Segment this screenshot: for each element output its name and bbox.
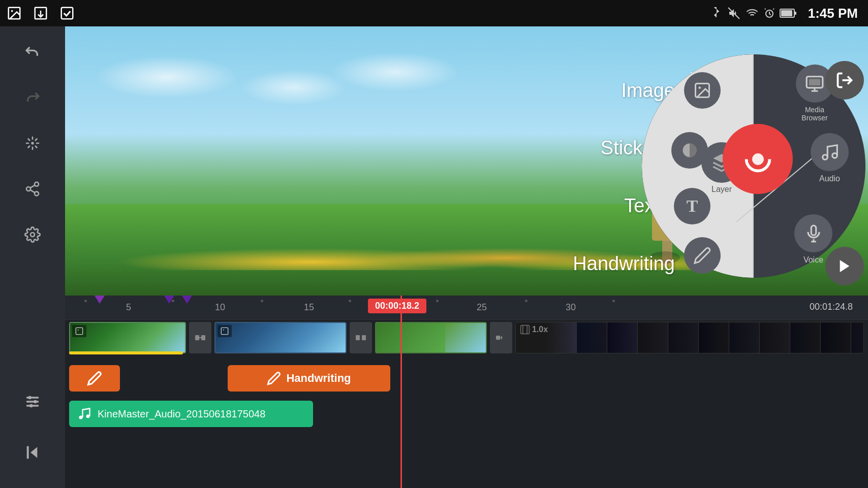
svg-rect-48 [362, 335, 366, 340]
svg-line-13 [30, 190, 35, 192]
wifi-icon [745, 7, 759, 19]
svg-point-10 [35, 182, 39, 186]
ruler-15: 15 [304, 302, 314, 313]
svg-point-11 [26, 187, 30, 191]
svg-rect-33 [809, 79, 820, 85]
timeline: 5 10 15 20 25 30 00:00:18.2 00:01:24.8 [65, 296, 868, 488]
exit-button[interactable] [825, 61, 864, 100]
adjust-button[interactable] [17, 386, 48, 417]
ruler-10: 10 [215, 302, 225, 313]
svg-rect-50 [521, 326, 530, 334]
battery-icon [780, 7, 798, 19]
svg-marker-40 [840, 260, 850, 272]
voice-menu-item[interactable]: Voice [794, 214, 832, 265]
svg-point-20 [34, 400, 37, 404]
image-mode-button[interactable] [5, 4, 23, 22]
settings-button[interactable] [17, 219, 48, 250]
rewind-button[interactable] [17, 437, 48, 468]
media-browser-label: Media Browser [792, 106, 838, 122]
svg-point-19 [28, 396, 32, 400]
redo-button[interactable] [17, 82, 48, 113]
svg-rect-3 [794, 12, 796, 15]
yellow-selection-bar [69, 351, 183, 354]
svg-rect-4 [781, 10, 792, 16]
check-button[interactable] [58, 4, 76, 22]
layer-label: Layer [711, 185, 732, 194]
left-sidebar [0, 26, 65, 488]
svg-point-15 [30, 233, 35, 237]
volume-off-icon [727, 7, 741, 19]
ruler-30: 30 [566, 302, 576, 313]
svg-point-35 [832, 153, 837, 158]
ruler-25: 25 [477, 302, 487, 313]
transition-3[interactable] [490, 322, 512, 353]
svg-line-14 [30, 185, 35, 188]
transition-1[interactable] [189, 322, 211, 353]
svg-point-21 [29, 404, 33, 408]
svg-point-12 [35, 191, 39, 196]
svg-rect-8 [61, 8, 73, 19]
top-left-toolbar [0, 0, 81, 26]
download-button[interactable] [32, 4, 50, 22]
record-button[interactable] [723, 124, 793, 194]
play-button[interactable] [825, 247, 864, 285]
image-menu-item[interactable] [684, 72, 721, 109]
status-bar: 1:45 PM [0, 0, 868, 26]
svg-rect-44 [201, 335, 205, 340]
svg-rect-47 [356, 335, 360, 340]
share-button[interactable] [17, 174, 48, 204]
audio-label: Audio [819, 174, 840, 183]
svg-point-9 [31, 142, 34, 144]
total-time: 00:01:24.8 [810, 302, 853, 312]
video-clip-2[interactable] [214, 322, 347, 353]
audio-menu-item[interactable]: Audio [811, 133, 849, 183]
effects-button[interactable] [17, 128, 48, 158]
video-clip-3[interactable] [375, 322, 487, 353]
transition-2[interactable] [350, 322, 372, 353]
audio-clip-label: KineMaster_Audio_20150618175048 [98, 408, 265, 420]
radial-menu: T Layer Media Browser Audio V [624, 26, 868, 296]
svg-point-31 [752, 153, 764, 165]
status-icons: 1:45 PM [710, 6, 858, 21]
handwriting-clip-2[interactable]: Handwriting [228, 365, 390, 392]
voice-label: Voice [803, 255, 823, 265]
svg-point-6 [11, 10, 13, 12]
svg-rect-49 [496, 336, 500, 340]
svg-rect-45 [221, 328, 228, 334]
svg-rect-41 [76, 328, 82, 334]
svg-point-53 [79, 416, 83, 419]
svg-rect-43 [195, 335, 199, 340]
svg-point-46 [223, 330, 224, 331]
audio-track: KineMaster_Audio_20150618175048 [65, 396, 868, 432]
ruler-5: 5 [126, 302, 131, 313]
video-strip[interactable]: 1.0x [515, 322, 864, 353]
svg-point-54 [86, 414, 90, 418]
svg-point-42 [78, 330, 79, 331]
video-track: 1.0x [65, 320, 868, 355]
undo-button[interactable] [17, 37, 48, 67]
speed-label: 1.0x [532, 325, 548, 334]
timeline-ruler: 5 10 15 20 25 30 00:00:18.2 00:01:24.8 [65, 296, 868, 320]
bluetooth-icon [710, 7, 723, 19]
handwriting-track: Handwriting [65, 361, 868, 396]
video-strip-frames [516, 322, 863, 353]
alarm-icon [763, 7, 776, 19]
svg-point-28 [699, 87, 701, 89]
status-time: 1:45 PM [808, 6, 858, 21]
handwriting-clip-label: Handwriting [286, 372, 351, 385]
current-time-badge: 00:00:18.2 [368, 299, 426, 313]
svg-point-34 [822, 154, 827, 159]
video-clip-1[interactable] [69, 322, 186, 353]
audio-clip[interactable]: KineMaster_Audio_20150618175048 [69, 401, 313, 427]
svg-rect-36 [811, 225, 816, 235]
handwriting-menu-item[interactable] [684, 237, 721, 274]
handwriting-clip-1[interactable] [69, 365, 120, 392]
